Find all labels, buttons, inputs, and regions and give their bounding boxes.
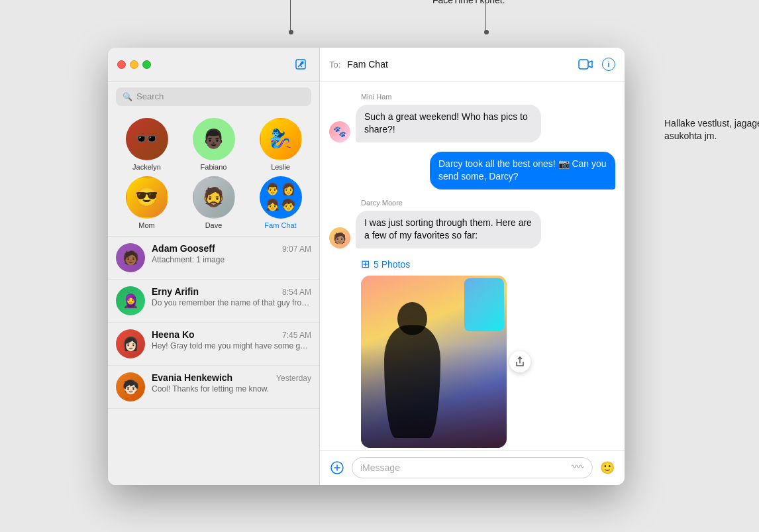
info-button[interactable]: i xyxy=(602,58,615,71)
message-group-outgoing: Darcy took all the best ones! 📷 Can you … xyxy=(329,152,615,189)
message-row-darcy: 🧑🏽 I was just sorting through them. Here… xyxy=(329,211,615,248)
annotation-right: Hallake vestlust, jagage oma asukohta jm… xyxy=(664,117,759,143)
sender-name-miniham: Mini Ham xyxy=(361,93,615,101)
app-wrapper: Alusage vestlust. AlustageFaceTime'i kõn… xyxy=(108,48,651,485)
photos-section: ⊞ 5 Photos xyxy=(361,258,615,449)
facetime-button[interactable] xyxy=(576,54,595,74)
pinned-contacts-grid: 🕶️ Jackelyn 👨🏿 Fabiano 🧞‍♀️ Leslie 😎 Mom xyxy=(108,111,319,237)
messages-window: 🔍 Search 🕶️ Jackelyn 👨🏿 Fabiano 🧞‍♀️ xyxy=(108,48,625,485)
chat-title: Fam Chat xyxy=(347,59,569,70)
sender-name-darcy: Darcy Moore xyxy=(361,199,615,207)
conversation-info-erny: Erny Arifin 8:54 AM Do you remember the … xyxy=(152,286,311,307)
pinned-contact-dave[interactable]: 🧔 Dave xyxy=(183,176,244,229)
search-placeholder: Search xyxy=(136,91,164,101)
pinned-contact-famchat[interactable]: 👨 👩 👧 🧒 Fam Chat xyxy=(250,176,311,229)
conversation-item-heena[interactable]: 👩🏻 Heena Ko 7:45 AM Hey! Gray told me yo… xyxy=(108,323,319,366)
main-chat: To: Fam Chat i Mini Ham 🐾 Such a xyxy=(320,48,625,485)
message-group-miniham: Mini Ham 🐾 Such a great weekend! Who has… xyxy=(329,93,615,142)
contact-name-famchat: Fam Chat xyxy=(264,221,296,229)
close-button[interactable] xyxy=(117,60,126,69)
chat-input-bar: iMessage 🙂 xyxy=(320,450,625,485)
chat-titlebar: To: Fam Chat i xyxy=(320,48,625,82)
share-button[interactable] xyxy=(509,351,531,372)
conversation-preview-heena: Hey! Gray told me you might have some go… xyxy=(152,341,311,350)
conversation-preview-evania: Cool! Thanks for letting me know. xyxy=(152,384,311,394)
input-placeholder: iMessage xyxy=(360,462,400,473)
waveform-icon xyxy=(571,462,584,473)
conversation-time-heena: 7:45 AM xyxy=(282,331,311,340)
contact-name-dave: Dave xyxy=(205,221,223,229)
conversation-name-erny: Erny Arifin xyxy=(152,286,199,297)
photo-preview-container xyxy=(361,276,507,448)
minimize-button[interactable] xyxy=(130,60,138,69)
sidebar: 🔍 Search 🕶️ Jackelyn 👨🏿 Fabiano 🧞‍♀️ xyxy=(108,48,320,485)
conversation-info-heena: Heena Ko 7:45 AM Hey! Gray told me you m… xyxy=(152,329,311,350)
annotation-top-center: AlustageFaceTime'i kõnet. xyxy=(432,0,505,7)
maximize-button[interactable] xyxy=(142,60,151,69)
conversation-info-evania: Evania Henkewich Yesterday Cool! Thanks … xyxy=(152,372,311,394)
search-bar[interactable]: 🔍 Search xyxy=(116,87,311,106)
traffic-lights xyxy=(117,60,151,69)
contact-name-jackelyn: Jackelyn xyxy=(132,163,161,171)
emoji-button[interactable]: 🙂 xyxy=(598,458,617,477)
to-label: To: xyxy=(329,60,340,70)
sidebar-titlebar xyxy=(108,48,319,82)
bubble-outgoing: Darcy took all the best ones! 📷 Can you … xyxy=(430,152,615,189)
grid-photos-icon: ⊞ xyxy=(361,258,370,270)
conversation-name-evania: Evania Henkewich xyxy=(152,372,232,383)
pinned-contact-fabiano[interactable]: 👨🏿 Fabiano xyxy=(183,118,244,171)
pinned-contact-mom[interactable]: 😎 Mom xyxy=(116,176,177,229)
pinned-contact-jackelyn[interactable]: 🕶️ Jackelyn xyxy=(116,118,177,171)
conversation-item-erny[interactable]: 🧕 Erny Arifin 8:54 AM Do you remember th… xyxy=(108,280,319,323)
conversation-time-evania: Yesterday xyxy=(276,374,311,383)
svg-rect-1 xyxy=(579,60,588,69)
conversation-preview-erny: Do you remember the name of that guy fro… xyxy=(152,298,311,307)
avatar-miniham: 🐾 xyxy=(329,121,350,142)
conversation-time-adam: 9:07 AM xyxy=(282,244,311,254)
imessage-input[interactable]: iMessage xyxy=(352,457,593,478)
pinned-contact-leslie[interactable]: 🧞‍♀️ Leslie xyxy=(250,118,311,171)
photos-label[interactable]: ⊞ 5 Photos xyxy=(361,258,615,270)
message-row-outgoing: Darcy took all the best ones! 📷 Can you … xyxy=(329,152,615,189)
photo-overlay xyxy=(464,278,504,331)
contact-name-fabiano: Fabiano xyxy=(201,163,227,171)
conversation-item-evania[interactable]: 🧒🏻 Evania Henkewich Yesterday Cool! Than… xyxy=(108,366,319,409)
apps-button[interactable] xyxy=(328,458,346,477)
conversation-preview-adam: Attachment: 1 image xyxy=(152,255,311,264)
bubble-miniham: Such a great weekend! Who has pics to sh… xyxy=(356,105,541,142)
bubble-darcy: I was just sorting through them. Here ar… xyxy=(356,211,541,248)
photos-count-label: 5 Photos xyxy=(374,259,410,270)
conversation-item-adam[interactable]: 🧑🏾 Adam Gooseff 9:07 AM Attachment: 1 im… xyxy=(108,237,319,280)
conversation-list: 🧑🏾 Adam Gooseff 9:07 AM Attachment: 1 im… xyxy=(108,237,319,485)
message-group-darcy: Darcy Moore 🧑🏽 I was just sorting throug… xyxy=(329,199,615,248)
conversation-name-heena: Heena Ko xyxy=(152,329,195,340)
contact-name-leslie: Leslie xyxy=(271,163,290,171)
conversation-info-adam: Adam Gooseff 9:07 AM Attachment: 1 image xyxy=(152,243,311,264)
compose-button[interactable] xyxy=(291,55,310,74)
message-row-miniham: 🐾 Such a great weekend! Who has pics to … xyxy=(329,105,615,142)
conversation-name-adam: Adam Gooseff xyxy=(152,243,215,254)
messages-area: Mini Ham 🐾 Such a great weekend! Who has… xyxy=(320,82,625,450)
conversation-time-erny: 8:54 AM xyxy=(282,288,311,297)
contact-name-mom: Mom xyxy=(138,221,154,229)
avatar-darcy: 🧑🏽 xyxy=(329,227,350,248)
search-icon: 🔍 xyxy=(123,92,132,101)
photo-preview[interactable] xyxy=(361,276,507,448)
